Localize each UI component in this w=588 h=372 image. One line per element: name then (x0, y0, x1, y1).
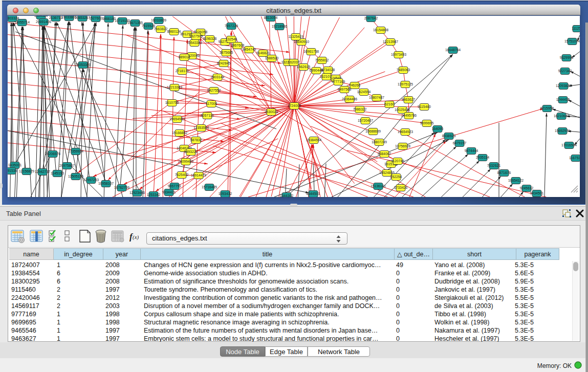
svg-text:9327509: 9327509 (189, 34, 203, 38)
svg-text:17016504: 17016504 (561, 143, 577, 147)
svg-text:2935114: 2935114 (476, 156, 489, 159)
svg-text:16640910: 16640910 (294, 40, 309, 43)
svg-text:10807487: 10807487 (369, 96, 384, 99)
svg-text:15692971: 15692971 (555, 129, 570, 133)
svg-text:15751074: 15751074 (564, 39, 580, 43)
svg-text:1904324: 1904324 (34, 16, 48, 17)
svg-text:19218986: 19218986 (272, 25, 287, 28)
svg-text:10688609: 10688609 (365, 129, 381, 133)
svg-text:24495786: 24495786 (401, 114, 417, 117)
svg-text:2867608: 2867608 (231, 43, 245, 47)
svg-text:8215958: 8215958 (540, 106, 554, 110)
svg-text:8267110: 8267110 (201, 114, 214, 117)
svg-text:16782759: 16782759 (114, 186, 129, 189)
svg-text:117006: 117006 (206, 102, 217, 105)
svg-text:2087642: 2087642 (364, 16, 378, 20)
svg-text:7986322: 7986322 (353, 107, 367, 111)
svg-text:7857224: 7857224 (225, 24, 238, 28)
svg-text:12156829: 12156829 (19, 169, 34, 173)
svg-text:9245612: 9245612 (520, 186, 534, 190)
svg-text:9227342: 9227342 (558, 69, 572, 73)
svg-text:20691406: 20691406 (36, 20, 51, 24)
svg-text:10958107: 10958107 (98, 182, 114, 185)
svg-text:1562615: 1562615 (297, 65, 311, 69)
svg-text:9474444: 9474444 (465, 149, 478, 152)
svg-text:1093432: 1093432 (219, 192, 232, 195)
svg-text:1610755: 1610755 (165, 101, 179, 104)
svg-text:16033809: 16033809 (151, 18, 166, 22)
svg-text:9115460: 9115460 (418, 105, 431, 108)
svg-text:(x): (x) (133, 234, 139, 240)
svg-text:391534: 391534 (8, 169, 17, 172)
svg-text:7625402: 7625402 (175, 173, 189, 177)
svg-text:111254: 111254 (572, 27, 580, 30)
svg-text:12213383: 12213383 (167, 85, 182, 89)
svg-text:28053346: 28053346 (75, 63, 91, 67)
svg-text:1724008: 1724008 (288, 104, 301, 107)
svg-text:587832: 587832 (190, 138, 202, 142)
svg-text:11325419: 11325419 (288, 35, 303, 38)
svg-text:9384067: 9384067 (378, 152, 391, 156)
svg-text:164095: 164095 (432, 127, 444, 130)
svg-text:9777169: 9777169 (332, 80, 345, 83)
svg-text:1875685: 1875685 (220, 51, 233, 54)
svg-text:8344501: 8344501 (307, 192, 320, 195)
svg-text:5493222: 5493222 (184, 150, 198, 154)
svg-text:20206576: 20206576 (45, 152, 60, 156)
svg-text:6466160: 6466160 (102, 17, 116, 20)
svg-text:15716485: 15716485 (202, 185, 217, 189)
svg-text:19654983: 19654983 (169, 117, 185, 121)
svg-text:15720407: 15720407 (358, 119, 373, 122)
svg-text:1588520: 1588520 (265, 56, 279, 60)
svg-text:10543382: 10543382 (187, 41, 202, 45)
svg-text:1253342: 1253342 (147, 193, 161, 196)
svg-text:746266: 746266 (349, 83, 361, 87)
svg-text:7485063: 7485063 (397, 68, 410, 72)
svg-text:9334421: 9334421 (162, 190, 176, 194)
svg-text:162037: 162037 (288, 60, 300, 64)
svg-text:1733426: 1733426 (394, 186, 408, 189)
svg-text:989014: 989014 (179, 55, 190, 59)
svg-text:1167534: 1167534 (569, 156, 580, 160)
svg-text:18807249: 18807249 (372, 140, 387, 144)
svg-text:7955812: 7955812 (315, 58, 329, 62)
svg-text:1527602: 1527602 (89, 16, 103, 20)
svg-text:15136141: 15136141 (371, 184, 386, 188)
svg-text:10973493: 10973493 (391, 53, 406, 56)
svg-text:19166852: 19166852 (172, 131, 187, 135)
svg-text:8471676: 8471676 (497, 171, 511, 174)
svg-text:132546: 132546 (226, 37, 237, 41)
svg-text:7515526: 7515526 (142, 24, 156, 28)
svg-text:16648784: 16648784 (445, 48, 461, 52)
svg-text:9657791: 9657791 (168, 184, 182, 188)
svg-text:1145193: 1145193 (51, 171, 64, 175)
svg-text:20364486: 20364486 (342, 97, 357, 101)
svg-text:9146821: 9146821 (256, 51, 270, 55)
svg-text:2803144: 2803144 (211, 75, 225, 79)
svg-text:12923446: 12923446 (129, 191, 145, 194)
svg-text:24099489: 24099489 (178, 160, 193, 163)
svg-text:1344302: 1344302 (280, 194, 294, 197)
svg-text:1624554: 1624554 (357, 90, 371, 94)
svg-text:19654923: 19654923 (398, 130, 413, 134)
svg-text:9434501: 9434501 (530, 191, 544, 195)
svg-text:1803324: 1803324 (8, 16, 19, 20)
svg-text:12505135: 12505135 (68, 174, 83, 178)
svg-text:10025438: 10025438 (395, 108, 410, 112)
svg-text:20975867: 20975867 (59, 164, 75, 167)
svg-text:1120746: 1120746 (391, 159, 404, 163)
svg-text:9329996: 9329996 (560, 56, 574, 59)
svg-text:8938923: 8938923 (442, 134, 456, 138)
svg-text:9734028: 9734028 (321, 68, 335, 72)
svg-text:16210643: 16210643 (554, 114, 569, 118)
svg-text:16914479: 16914479 (191, 173, 206, 177)
svg-text:7663822: 7663822 (154, 27, 168, 31)
svg-text:9699695: 9699695 (420, 121, 434, 125)
svg-text:12093822: 12093822 (556, 84, 571, 87)
svg-text:12213987: 12213987 (383, 40, 398, 43)
svg-text:12942737: 12942737 (35, 170, 50, 173)
svg-text:6497568: 6497568 (338, 87, 352, 91)
svg-text:2718170: 2718170 (176, 69, 189, 73)
svg-text:8196328: 8196328 (203, 37, 217, 40)
svg-text:13975125: 13975125 (398, 82, 413, 86)
